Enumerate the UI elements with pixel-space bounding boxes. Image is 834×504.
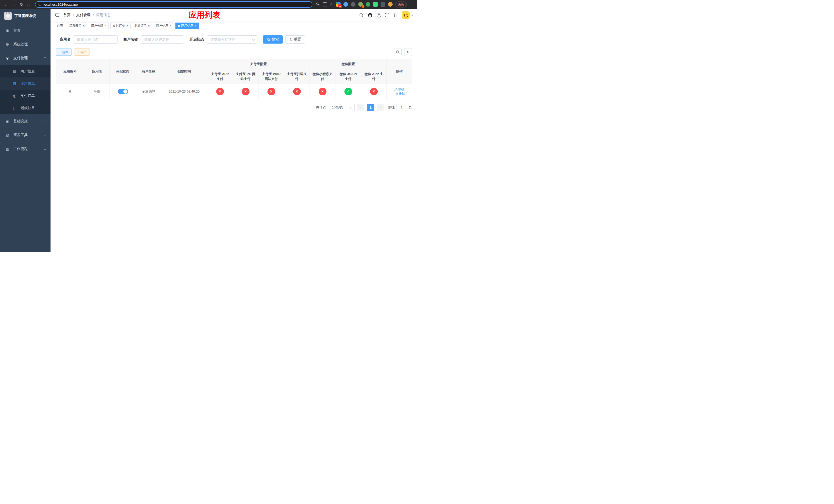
sidebar-item-app-info[interactable]: ▦ 应用信息 [0, 77, 50, 90]
delete-link[interactable]: 删除 [395, 92, 405, 96]
sidebar-item-devtools[interactable]: ▧ 研发工具 [0, 128, 50, 142]
filter-form: 应用名 商户名称 开启状态 搜索 [56, 36, 412, 44]
close-icon[interactable]: × [170, 24, 172, 27]
address-bar[interactable]: ⓘ localhost:1024/pay/app [35, 1, 312, 8]
col-merchant: 商户名称 [136, 59, 161, 84]
col-created: 创建时间 [161, 59, 207, 84]
sidebar-item-workflow[interactable]: ▥ 工作流程 [0, 142, 50, 156]
extensions-puzzle-icon[interactable] [380, 2, 385, 7]
tab-pay-order[interactable]: 支付订单× [110, 23, 131, 29]
user-avatar-menu[interactable] [402, 11, 413, 19]
next-page-button[interactable]: › [377, 104, 384, 111]
extension-badge: 10 [338, 5, 342, 8]
sidebar-item-infra[interactable]: ▣ 基础设施 [0, 114, 50, 128]
font-size-icon[interactable]: TT [393, 13, 398, 18]
status-select[interactable] [207, 36, 257, 44]
sidebar-item-payment[interactable]: ¥ 支付管理 [0, 51, 50, 65]
cell-alipay-app: × [207, 84, 233, 99]
help-icon[interactable]: ? [377, 13, 381, 18]
extension-icon-5[interactable] [366, 2, 370, 7]
goto-page-input[interactable] [396, 104, 407, 111]
add-button[interactable]: + 新增 [56, 48, 71, 55]
page-unit-label: 页 [409, 105, 412, 110]
sidebar-item-home[interactable]: ◉ 首页 [0, 24, 50, 38]
profile-avatar-icon[interactable] [388, 2, 393, 7]
breadcrumb-payment[interactable]: 支付管理 [76, 13, 90, 18]
app-name-input[interactable] [73, 36, 118, 44]
cell-alipay-pc: × [233, 84, 259, 99]
search-button[interactable]: 搜索 [263, 36, 283, 44]
cell-wechat-jsapi: ✓ [335, 84, 361, 99]
prev-page-button[interactable]: ‹ [357, 104, 365, 111]
bookmark-star-icon[interactable]: ☆ [330, 2, 333, 7]
tab-merchant-info[interactable]: 商户信息× [154, 23, 174, 29]
reload-icon[interactable]: ↻ [20, 3, 23, 6]
cell-created: 2021-10-23 08:49:25 [161, 84, 207, 99]
enabled-toggle[interactable] [118, 89, 128, 94]
tab-process-form[interactable]: 流程表单× [67, 23, 87, 29]
sidebar-item-refund-order[interactable]: ▢ 退款订单 [0, 102, 50, 114]
tab-refund-order[interactable]: 退款订单× [132, 23, 152, 29]
col-enabled: 开启状态 [110, 59, 136, 84]
reset-button[interactable]: ↻ 重置 [285, 36, 305, 44]
close-icon[interactable]: × [148, 24, 150, 27]
sidebar-item-pay-order[interactable]: ◎ 支付订单 [0, 90, 50, 102]
close-icon[interactable]: × [126, 24, 128, 27]
status-select-input[interactable] [207, 36, 257, 44]
cell-merchant: 芋道源码 [136, 84, 161, 99]
col-group-wechat: 微信配置 [310, 59, 387, 69]
close-icon[interactable]: × [105, 24, 107, 27]
col-app-id: 应用编号 [56, 59, 84, 84]
chevron-down-icon [411, 14, 413, 16]
chevron-down-icon [44, 120, 46, 122]
edit-link[interactable]: 修改 [394, 87, 404, 92]
app-logo-avatar [4, 12, 12, 20]
share-icon[interactable]: ↑ [323, 2, 327, 6]
tab-user-group[interactable]: 用户分组× [89, 23, 109, 29]
password-key-icon[interactable] [316, 2, 320, 6]
status-icon: × [319, 88, 327, 95]
extension-icon-2[interactable] [344, 2, 348, 7]
forward-icon[interactable]: → [12, 3, 16, 6]
toggle-search-button[interactable] [394, 48, 402, 56]
refresh-icon: ↻ [407, 50, 410, 54]
github-icon[interactable] [368, 13, 373, 18]
chevron-down-icon [44, 148, 46, 150]
refresh-icon: ↻ [289, 38, 293, 42]
cell-alipay-qr: × [284, 84, 310, 99]
sidebar-item-system[interactable]: ⚙ 系统管理 [0, 38, 50, 51]
extension-icon-4[interactable]: 1 [358, 2, 363, 7]
extension-icon-1[interactable]: 10 [336, 2, 341, 7]
breadcrumb-separator [93, 13, 94, 17]
download-icon: ↓ [78, 50, 79, 54]
order-icon: ◎ [12, 94, 17, 98]
page-1-button[interactable]: 1 [367, 104, 374, 111]
status-icon: × [370, 88, 378, 95]
refresh-table-button[interactable]: ↻ [404, 48, 412, 56]
close-icon[interactable]: × [195, 24, 197, 27]
back-icon[interactable]: ← [4, 3, 8, 6]
home-icon[interactable]: ⌂ [27, 3, 30, 6]
sidebar-logo[interactable]: 芋道管理系统 [0, 9, 50, 23]
search-icon[interactable] [359, 13, 364, 18]
goto-page: 前往 页 [388, 104, 412, 111]
extension-icon-6[interactable] [373, 2, 378, 7]
browser-menu-icon[interactable]: ⋮ [410, 2, 414, 7]
export-button[interactable]: ↓ 导出 [74, 48, 90, 55]
breadcrumb-home[interactable]: 首页 [63, 13, 70, 18]
chevron-up-icon [44, 57, 46, 60]
sidebar-item-merchant-info[interactable]: ▤ 商户信息 [0, 65, 50, 77]
hamburger-icon[interactable] [54, 13, 59, 17]
col-wechat-app: 微信 APP 支付 [361, 69, 387, 84]
extension-icon-3[interactable] [351, 2, 355, 7]
merchant-name-input[interactable] [141, 36, 184, 44]
browser-update-button[interactable]: 更新 [395, 2, 407, 7]
close-icon[interactable]: × [83, 24, 85, 27]
tab-app-info[interactable]: 应用信息× [175, 23, 199, 29]
page-size-select[interactable]: 10条/页 [329, 104, 355, 111]
fullscreen-icon[interactable] [385, 13, 389, 17]
cell-wechat-app: × [361, 84, 387, 99]
page-info-icon[interactable]: ⓘ [39, 2, 42, 7]
merchant-name-label: 商户名称 [123, 37, 138, 42]
tab-home[interactable]: 首页 [54, 23, 65, 29]
